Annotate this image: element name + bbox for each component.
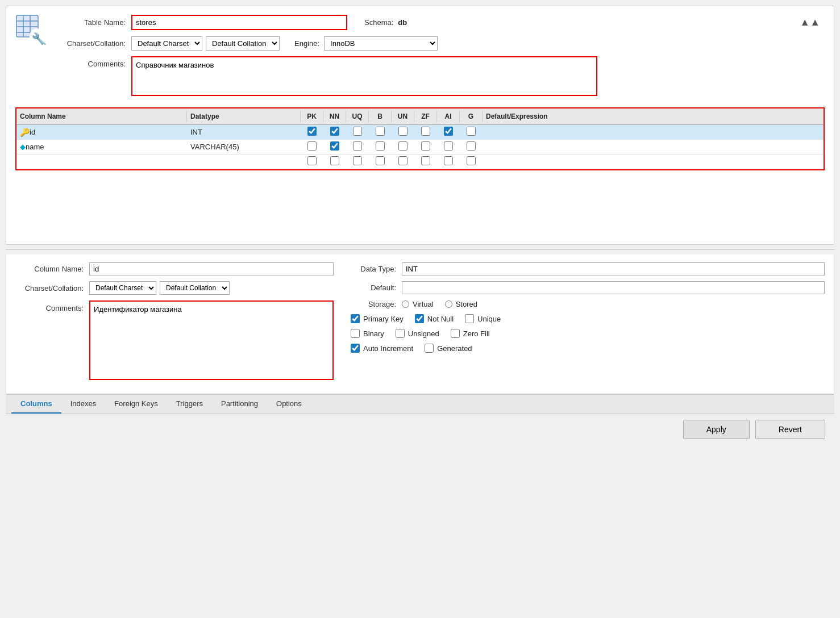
- comments-label: Comments:: [52, 56, 131, 68]
- stored-radio[interactable]: [445, 300, 452, 308]
- g-checkbox-empty[interactable]: [467, 156, 476, 165]
- ai-checkbox-detail[interactable]: [351, 344, 360, 353]
- unique-checkbox[interactable]: [465, 314, 474, 323]
- col-cell-nn-empty[interactable]: [323, 155, 346, 168]
- un-checkbox-name[interactable]: [398, 141, 407, 151]
- col-cell-zf-name[interactable]: [414, 140, 437, 153]
- pk-checkbox-name[interactable]: [307, 141, 317, 151]
- un-checkbox-empty[interactable]: [398, 156, 407, 165]
- tab-options[interactable]: Options: [267, 395, 311, 414]
- pk-checkbox[interactable]: [351, 314, 360, 323]
- collation-select[interactable]: Default Collation: [206, 36, 280, 51]
- col-cell-g-name[interactable]: [460, 140, 483, 153]
- zf-checkbox-empty[interactable]: [421, 156, 430, 165]
- col-cell-g-id[interactable]: [460, 126, 483, 139]
- col-cell-uq-empty[interactable]: [346, 155, 369, 168]
- col-cell-default-name: [483, 146, 824, 148]
- unsigned-checkbox[interactable]: [396, 329, 405, 338]
- footer-buttons: Apply Revert: [6, 414, 834, 445]
- default-input[interactable]: [402, 281, 825, 294]
- virtual-radio[interactable]: [402, 300, 409, 308]
- schema-area: Schema: db: [364, 18, 407, 27]
- g-checkbox-id[interactable]: [467, 127, 476, 136]
- engine-select[interactable]: InnoDB: [324, 36, 438, 51]
- columns-grid: Column Name Datatype PK NN UQ B UN ZF AI…: [15, 107, 825, 170]
- ai-checkbox-empty[interactable]: [444, 156, 453, 165]
- binary-checkbox[interactable]: [351, 329, 360, 338]
- col-cell-un-empty[interactable]: [392, 155, 414, 168]
- up-arrow-icon[interactable]: ▲▲: [795, 14, 825, 31]
- col-cell-zf-id[interactable]: [414, 126, 437, 139]
- data-type-input[interactable]: [402, 262, 825, 275]
- table-name-input[interactable]: [131, 15, 347, 30]
- zf-checkbox-id[interactable]: [421, 127, 430, 136]
- col-header-default: Default/Expression: [483, 111, 824, 122]
- nn-checkbox-id[interactable]: [330, 127, 339, 136]
- un-checkbox-id[interactable]: [398, 127, 407, 136]
- tab-foreign-keys[interactable]: Foreign Keys: [105, 395, 167, 414]
- col-cell-pk-empty[interactable]: [301, 155, 323, 168]
- nn-checkbox-empty[interactable]: [330, 156, 339, 165]
- zerofill-checkbox[interactable]: [451, 329, 460, 338]
- ai-checkbox-name[interactable]: [444, 141, 453, 151]
- detail-collation-select[interactable]: Default Collation: [160, 281, 230, 295]
- col-cell-ai-name[interactable]: [437, 140, 460, 153]
- nn-checkbox[interactable]: [415, 314, 424, 323]
- bottom-left: Column Name: Charset/Collation: Default …: [15, 262, 334, 386]
- col-name-id: id: [30, 128, 35, 136]
- col-cell-name-id: 🔑 id: [16, 127, 187, 138]
- generated-option: Generated: [425, 344, 472, 353]
- unsigned-label: Unsigned: [408, 329, 439, 338]
- tab-partitioning[interactable]: Partitioning: [212, 395, 267, 414]
- tabs-bar: Columns Indexes Foreign Keys Triggers Pa…: [6, 394, 834, 414]
- table-row[interactable]: 🔑 id INT: [16, 125, 824, 140]
- revert-button[interactable]: Revert: [755, 420, 825, 439]
- generated-checkbox[interactable]: [425, 344, 434, 353]
- detail-charset-select[interactable]: Default Charset: [89, 281, 156, 295]
- uq-checkbox-name[interactable]: [353, 141, 362, 151]
- unique-label: Unique: [477, 315, 501, 323]
- col-header-g: G: [460, 111, 483, 122]
- col-cell-default-empty: [483, 161, 824, 163]
- charset-row: Charset/Collation: Default Charset Defau…: [52, 36, 825, 51]
- tab-triggers[interactable]: Triggers: [167, 395, 212, 414]
- col-cell-un-id[interactable]: [392, 126, 414, 139]
- col-cell-ai-empty[interactable]: [437, 155, 460, 168]
- col-cell-pk-name[interactable]: [301, 140, 323, 153]
- table-row[interactable]: ◆ name VARCHAR(45): [16, 140, 824, 154]
- apply-button[interactable]: Apply: [683, 420, 750, 439]
- tab-columns[interactable]: Columns: [11, 395, 61, 414]
- pk-checkbox-empty[interactable]: [307, 156, 317, 165]
- ai-checkbox-id[interactable]: [444, 127, 453, 136]
- pk-checkbox-id[interactable]: [307, 127, 317, 136]
- col-cell-b-id[interactable]: [369, 126, 392, 139]
- col-cell-uq-name[interactable]: [346, 140, 369, 153]
- header-fields: Table Name: Schema: db ▲▲ Charset/Collat…: [52, 14, 825, 102]
- col-cell-zf-empty[interactable]: [414, 155, 437, 168]
- col-cell-nn-id[interactable]: [323, 126, 346, 139]
- col-header-zf: ZF: [414, 111, 437, 122]
- zf-checkbox-name[interactable]: [421, 141, 430, 151]
- default-row: Default:: [351, 281, 825, 294]
- col-cell-ai-id[interactable]: [437, 126, 460, 139]
- detail-column-name-input[interactable]: [89, 262, 334, 275]
- col-cell-uq-id[interactable]: [346, 126, 369, 139]
- col-cell-g-empty[interactable]: [460, 155, 483, 168]
- uq-checkbox-id[interactable]: [353, 127, 362, 136]
- b-checkbox-name[interactable]: [376, 141, 385, 151]
- uq-checkbox-empty[interactable]: [353, 156, 362, 165]
- col-cell-un-name[interactable]: [392, 140, 414, 153]
- b-checkbox-id[interactable]: [376, 127, 385, 136]
- comments-textarea[interactable]: Справочник магазинов: [131, 56, 597, 96]
- col-cell-pk-id[interactable]: [301, 126, 323, 139]
- col-cell-b-empty[interactable]: [369, 155, 392, 168]
- charset-select[interactable]: Default Charset: [131, 36, 202, 51]
- g-checkbox-name[interactable]: [467, 141, 476, 151]
- table-row[interactable]: [16, 154, 824, 169]
- b-checkbox-empty[interactable]: [376, 156, 385, 165]
- nn-checkbox-name[interactable]: [330, 141, 339, 151]
- tab-indexes[interactable]: Indexes: [61, 395, 106, 414]
- col-cell-nn-name[interactable]: [323, 140, 346, 153]
- detail-comments-textarea[interactable]: Идентификатор магазина: [89, 300, 334, 380]
- col-cell-b-name[interactable]: [369, 140, 392, 153]
